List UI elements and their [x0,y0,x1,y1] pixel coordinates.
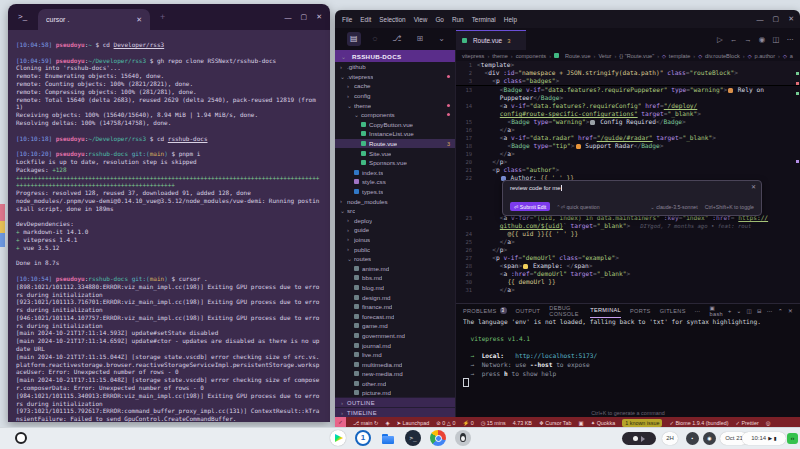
explorer-header[interactable]: ⌄ RSSHUB-DOCS [335,50,455,62]
status-item[interactable]: ✦ Quokka [591,420,616,426]
search-icon[interactable]: ◌ [370,32,381,46]
more-icon[interactable]: ⋯ [767,308,773,314]
status-item[interactable]: ❖ Cursor Tab [539,420,572,426]
back-icon[interactable]: ← [730,35,738,44]
panel-tab-gitlens[interactable]: GITLENS [660,304,686,317]
panel-tab-debug-console[interactable]: DEBUG CONSOLE [549,304,581,317]
status-item[interactable]: ◈ [385,420,389,426]
more-actions-icon[interactable]: ⋯ [787,35,795,44]
panel-tab-⋯[interactable]: ⋯ [695,304,701,317]
quick-question-hint[interactable]: ⌃⏎ quick question [556,204,599,210]
tree-item-deploy[interactable]: ›deploy [335,216,455,226]
panel-tab-output[interactable]: OUTPUT [516,304,541,317]
tree-item-blog.md[interactable]: blog.md [335,283,455,293]
menu-view[interactable]: View [414,16,428,23]
breadcrumb-item[interactable]: vitepress [462,53,484,59]
linux-code-badge[interactable]: ‹› [787,433,798,444]
tree-item-forecast.md[interactable]: forecast.md [335,311,455,321]
menu-help[interactable]: Help [504,16,517,23]
code-line[interactable]: 27<p v-if="demoUrl" class="example"> [456,254,800,262]
camera-indicator-icon[interactable]: ◉ [703,432,716,445]
panel-tab-problems[interactable]: PROBLEMS3 [463,304,507,317]
breadcrumb-item[interactable]: p.author [755,53,776,59]
chevron-down-icon[interactable]: ⌄ [737,308,742,314]
status-item[interactable]: ◷ 15 mins [481,420,506,426]
breadcrumb-item[interactable]: theme [492,53,508,59]
close-panel-icon[interactable]: ✕ [788,308,793,314]
shelf-app-files[interactable] [380,430,396,446]
inline-chat-input[interactable]: review code for me [510,185,562,191]
panel-tab-terminal[interactable]: TERMINAL [590,304,621,318]
close-icon[interactable]: ✕ [788,15,794,23]
code-line[interactable]: 31</a> [456,286,800,294]
shelf-app-terminal[interactable]: >_ [405,430,421,446]
files-icon[interactable]: ▤ [347,32,361,46]
split-editor-icon[interactable]: ◫ [772,35,779,44]
tree-item-routes[interactable]: ⌄routes [335,254,455,264]
integrated-terminal[interactable]: The language 'env' is not loaded, fallin… [463,318,796,408]
shelf-app-chrome[interactable] [430,430,446,446]
tree-item-style.css[interactable]: style.css [335,177,455,187]
tree-item-CopyButton.vue[interactable]: CopyButton.vue [335,120,455,130]
tree-item-design.md[interactable]: design.md [335,292,455,302]
close-icon[interactable]: ✕ [316,13,322,21]
tree-item-index.ts[interactable]: index.ts [335,168,455,178]
code-line[interactable]: 30{{ demoUrl }} [456,278,800,286]
tree-item-journal.md[interactable]: journal.md [335,340,455,350]
close-icon[interactable]: ✕ [751,183,756,190]
menu-edit[interactable]: Edit [360,16,371,23]
menu-file[interactable]: File [342,16,352,23]
status-item[interactable]: ➤ Launchpad [397,420,430,426]
shelf-app-penguin[interactable] [455,430,471,446]
tree-item-public[interactable]: ›public [335,244,455,254]
code-line[interactable]: 19</a> [456,150,800,158]
tree-item-Sponsors.vue[interactable]: Sponsors.vue [335,158,455,168]
status-item[interactable]: ◎ [766,420,771,426]
tree-item-types.ts[interactable]: types.ts [335,187,455,197]
run-icon[interactable]: ▷ [717,35,723,44]
maximize-icon[interactable]: ▢ [301,13,308,21]
status-item[interactable]: 1 known issue [622,419,662,427]
tree-item-anime.md[interactable]: anime.md [335,263,455,273]
source-control-icon[interactable]: ⎇ [389,32,404,46]
tree-item-config[interactable]: ›config [335,91,455,101]
code-line[interactable]: github.com/${uid}` target="_blank">DIYgo… [456,222,800,230]
screen-record-indicator[interactable] [622,432,656,445]
tree-item-finance.md[interactable]: finance.md [335,302,455,312]
new-tab-icon[interactable]: + [160,13,165,22]
breadcrumb-item[interactable]: a [790,53,793,59]
status-item[interactable]: ✓ Prettier [735,420,758,426]
tree-item-components[interactable]: ⌄components [335,110,455,120]
extensions-icon[interactable]: ⊞ [414,32,427,46]
tree-item-InstanceList.vue[interactable]: InstanceList.vue [335,129,455,139]
code-line[interactable]: 25</a> [456,238,800,246]
tree-item-bbs.md[interactable]: bbs.md [335,273,455,283]
code-line[interactable]: 2<div :id="namespace + JSON.stringify(da… [456,69,800,77]
kill-terminal-icon[interactable]: ⊟ [757,308,762,314]
tree-item-cache[interactable]: ›cache [335,81,455,91]
shell-selector[interactable]: ▣ bash [710,305,723,317]
close-tab-icon[interactable]: ✕ [136,9,142,30]
minimize-icon[interactable]: — [285,14,292,21]
code-line[interactable]: 15<Badge type="warning"> Config Required… [456,118,800,126]
code-line[interactable]: 28<span> Example: </span> [456,262,800,270]
code-line[interactable]: 17<a v-if="data.radar" href="/guide/#rad… [456,134,800,142]
tree-item-.vitepress[interactable]: ⌄.vitepress [335,72,455,82]
menu-terminal[interactable]: Terminal [472,16,496,23]
code-line[interactable]: 24@{{ uid }}{{ ' ' }} [456,230,800,238]
tree-item-node_modules[interactable]: ›node_modules [335,196,455,206]
code-line[interactable]: 29<a :href="demoUrl" target="_blank"> [456,270,800,278]
status-item[interactable]: ⊘ 0 △ 0 [436,420,455,426]
menu-selection[interactable]: Selection [379,16,405,23]
duration-pill[interactable]: 2H [662,432,678,445]
breadcrumb-item[interactable]: template [669,53,690,59]
terminal-tab[interactable]: cursor . ✕ [38,9,150,30]
editor-tab[interactable]: Route.vue 3 [456,30,526,50]
maximize-panel-icon[interactable]: ⌃ [778,308,783,314]
chevron-down-icon[interactable]: ⌄ [435,32,448,46]
code-line[interactable]: 26</p> [456,246,800,254]
code-line[interactable]: 3<p class="badges"> [456,77,800,86]
code-line[interactable]: 1<template> [456,61,800,69]
tree-item-.github[interactable]: ›.github [335,62,455,72]
tree-item-game.md[interactable]: game.md [335,321,455,331]
